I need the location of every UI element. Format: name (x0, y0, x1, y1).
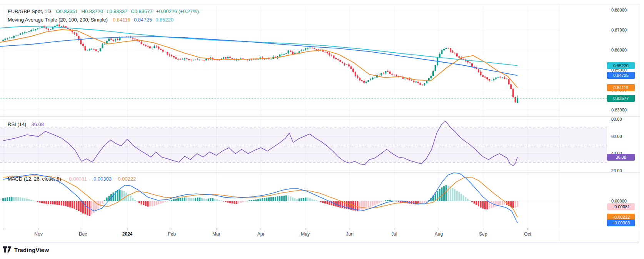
symbol-title: EUR/GBP Spot, 1D (8, 8, 51, 14)
macd-line-value: −0.00303 (90, 176, 112, 182)
macd-hist-value: −0.00081 (66, 176, 87, 182)
time-axis-month-label: Sep (479, 231, 487, 237)
time-axis-month-label: Oct (524, 231, 531, 237)
ohlc-open: O0.83351 (56, 8, 78, 14)
ohlc-low: L0.83337 (107, 8, 127, 14)
tradingview-brand-text: TradingView (14, 247, 49, 253)
macd-axis-tick: 0.00000 (611, 199, 634, 204)
price-badge-ma20: 0.84119 (607, 84, 635, 91)
price-badge-close: 0.83577 (607, 95, 635, 102)
time-axis-month-label: Jul (391, 231, 397, 237)
ma-legend[interactable]: Moving Average Triple (20, 100, 200, Sim… (8, 17, 174, 23)
macd-legend[interactable]: MACD (12, 26, close, 9) −0.00081 −0.0030… (8, 176, 136, 182)
ma200-value: 0.85220 (155, 17, 174, 23)
time-axis-month-label: Mar (212, 231, 220, 237)
ma20-line (0, 30, 517, 88)
price-legend[interactable]: EUR/GBP Spot, 1D O0.83351 H0.83720 L0.83… (8, 8, 199, 14)
time-axis-month-label: Jun (346, 231, 354, 237)
tradingview-attribution[interactable]: TradingView (3, 246, 49, 253)
candlesticks (2, 23, 518, 103)
time-axis-month-label: May (301, 231, 310, 237)
tradingview-logo-icon (3, 246, 12, 253)
ohlc-high: H0.83720 (82, 8, 103, 14)
ma100-value: 0.84725 (134, 17, 152, 23)
ma200-line (0, 27, 517, 66)
rsi-legend[interactable]: RSI (14) 36.08 (8, 121, 44, 127)
price-axis-tick: 0.88000 (611, 8, 634, 13)
rsi-axis-tick: 80.00 (611, 117, 634, 122)
chart-canvas[interactable] (0, 0, 644, 259)
price-axis-tick: 0.83000 (611, 108, 634, 113)
price-axis-tick: 0.86000 (611, 48, 634, 53)
time-axis-month-label: Apr (257, 231, 265, 237)
time-axis-month-label: Nov (34, 231, 42, 237)
time-axis-month-label: Aug (435, 231, 443, 237)
macd-badge-macd: −0.00303 (607, 219, 635, 226)
ohlc-close: C0.83577 (131, 8, 152, 14)
time-axis-month-label: Dec (79, 231, 87, 237)
rsi-value: 36.08 (31, 121, 44, 127)
macd-legend-label: MACD (12, 26, close, 9) (8, 176, 61, 182)
rsi-axis-tick: 60.00 (611, 134, 634, 139)
price-badge-ma200: 0.85220 (607, 62, 635, 69)
time-axis-month-label: 2024 (122, 231, 133, 237)
ma20-value: 0.84119 (113, 17, 130, 23)
time-axis-month-label: Feb (168, 231, 176, 237)
ma-legend-label: Moving Average Triple (20, 100, 200, Sim… (8, 17, 108, 23)
rsi-value-badge: 36.08 (607, 154, 635, 161)
macd-badge-hist: −0.00081 (607, 203, 635, 210)
rsi-band (0, 128, 607, 162)
tradingview-chart-widget: EUR/GBP Spot, 1D O0.83351 H0.83720 L0.83… (0, 0, 644, 259)
macd-signal-value: −0.00222 (115, 176, 136, 182)
price-badge-ma100: 0.84725 (607, 72, 635, 79)
price-axis-tick: 0.87000 (611, 28, 634, 33)
ohlc-change: +0.00226 (+0.27%) (156, 8, 199, 14)
rsi-legend-label: RSI (14) (8, 121, 26, 127)
rsi-axis-tick: 20.00 (611, 168, 634, 173)
